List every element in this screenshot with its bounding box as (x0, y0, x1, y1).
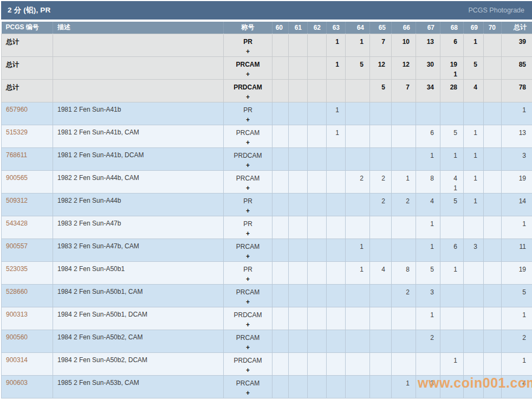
grade-65-cell: 7 (370, 34, 392, 56)
grade-63-cell (327, 216, 346, 239)
table-row: 5153291981 2 Fen Sun-A41b, CAMPRCAM+ 1 6… (2, 125, 532, 147)
grade-60-cell (273, 102, 289, 125)
grade-60-cell (273, 216, 289, 239)
grade-69-cell: 3 (464, 239, 484, 261)
description-cell (53, 79, 224, 102)
grade-67-cell: 1 (416, 307, 440, 330)
grade-70-cell (484, 125, 502, 147)
grade-67-cell: 5 (416, 261, 440, 284)
designation-cell: PRCAM+ (224, 330, 273, 352)
grade-67-cell (416, 352, 440, 375)
grade-66-cell: 1 (392, 170, 416, 193)
grade-70-cell (484, 352, 502, 375)
grade-67-cell: 13 (416, 34, 440, 56)
grade-62-cell (308, 193, 327, 216)
grade-61-cell (289, 375, 308, 398)
col-header-designation: 称号 (224, 22, 273, 34)
table-row: 5286601984 2 Fen Sun-A50b1, CAMPRCAM+ 2 … (2, 284, 532, 307)
grade-69-cell: 1 (464, 34, 484, 56)
col-header-grade-62: 62 (308, 22, 327, 34)
grade-64-cell (346, 375, 370, 398)
total-cell: 5 (502, 284, 532, 307)
grade-63-cell (327, 147, 346, 170)
grade-66-cell: 12 (392, 56, 416, 79)
col-header-grade-60: 60 (273, 22, 289, 34)
table-row: 9006031985 2 Fen Sun-A53b, CAMPRCAM+ 1 3… (2, 375, 532, 398)
description-cell: 1982 2 Fen Sun-A44b (53, 193, 224, 216)
total-cell: 19 (502, 261, 532, 284)
grade-65-cell: 2 (370, 170, 392, 193)
grade-61-cell (289, 261, 308, 284)
grade-62-cell (308, 147, 327, 170)
grade-67-cell: 1 (416, 216, 440, 239)
grade-66-cell (392, 102, 416, 125)
grade-65-cell (370, 239, 392, 261)
pcgs-number-link[interactable]: 523035 (6, 265, 28, 273)
grade-65-cell (370, 375, 392, 398)
table-row: 5434281983 2 Fen Sun-A47bPR+ 1 1 (2, 216, 532, 239)
grade-64-cell (346, 102, 370, 125)
designation-cell: PRCAM+ (224, 284, 273, 307)
grade-70-cell (484, 170, 502, 193)
col-header-grade-64: 64 (346, 22, 370, 34)
grade-68-cell: 5 (440, 193, 464, 216)
total-cell: 39 (502, 34, 532, 56)
pcgs-number-link[interactable]: 900560 (6, 333, 28, 341)
grade-65-cell (370, 102, 392, 125)
page-title: 2 分 (铝), PR (8, 5, 50, 15)
pcgs-number-cell: 528660 (2, 284, 53, 307)
grade-66-cell (392, 216, 416, 239)
pcgs-number-link[interactable]: 900557 (6, 242, 28, 250)
grade-65-cell (370, 125, 392, 147)
pcgs-number-cell: 515329 (2, 125, 53, 147)
grade-61-cell (289, 193, 308, 216)
grade-69-cell (464, 352, 484, 375)
grade-62-cell (308, 307, 327, 330)
description-cell (53, 56, 224, 79)
pcgs-number-link[interactable]: 900565 (6, 174, 28, 182)
designation-cell: PRCAM+ (224, 56, 273, 79)
total-cell: 1 (502, 352, 532, 375)
grade-68-cell: 1 (440, 261, 464, 284)
grade-62-cell (308, 56, 327, 79)
page-root: 2 分 (铝), PR PCGS Photograde PCGS 编号 描述 称… (0, 0, 532, 399)
summary-label: 总计 (6, 38, 19, 46)
grade-63-cell (327, 193, 346, 216)
pcgs-number-link[interactable]: 768611 (6, 151, 27, 159)
grade-61-cell (289, 34, 308, 56)
summary-label: 总计 (6, 83, 19, 91)
grade-65-cell: 2 (370, 193, 392, 216)
total-cell: 4 (502, 375, 532, 398)
grade-69-cell (464, 102, 484, 125)
grade-65-cell (370, 216, 392, 239)
grade-62-cell (308, 330, 327, 352)
grade-64-cell (346, 330, 370, 352)
designation-cell: PRDCAM+ (224, 79, 273, 102)
pcgs-number-link[interactable]: 900603 (6, 379, 28, 387)
description-cell: 1984 2 Fen Sun-A50b1, CAM (53, 284, 224, 307)
table-row: 9003131984 2 Fen Sun-A50b1, DCAMPRDCAM+ … (2, 307, 532, 330)
description-cell: 1982 2 Fen Sun-A44b, CAM (53, 170, 224, 193)
description-cell: 1984 2 Fen Sun-A50b2, DCAM (53, 352, 224, 375)
grade-63-cell (327, 261, 346, 284)
grade-64-cell (346, 216, 370, 239)
pcgs-number-link[interactable]: 528660 (6, 288, 28, 295)
pcgs-number-link[interactable]: 543428 (6, 220, 28, 227)
pcgs-number-link[interactable]: 900314 (6, 356, 28, 364)
col-header-description: 描述 (53, 22, 224, 34)
grade-62-cell (308, 79, 327, 102)
pcgs-number-link[interactable]: 509312 (6, 197, 28, 204)
total-cell: 14 (502, 193, 532, 216)
total-cell: 85 (502, 56, 532, 79)
grade-65-cell (370, 352, 392, 375)
grade-60-cell (273, 125, 289, 147)
grade-66-cell (392, 307, 416, 330)
grade-67-cell: 30 (416, 56, 440, 79)
designation-cell: PRDCAM+ (224, 307, 273, 330)
grade-60-cell (273, 352, 289, 375)
pcgs-number-link[interactable]: 515329 (6, 128, 28, 136)
pcgs-number-link[interactable]: 900313 (6, 311, 28, 318)
grade-66-cell (392, 125, 416, 147)
pcgs-number-link[interactable]: 657960 (6, 106, 28, 113)
grade-61-cell (289, 102, 308, 125)
